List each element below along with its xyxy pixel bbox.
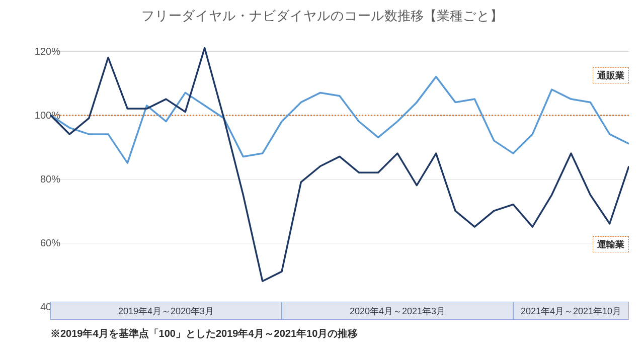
- legend-transport: 運輸業: [593, 236, 629, 252]
- period-band: 2021年4月～2021年10月: [513, 302, 629, 320]
- series-通販業: [50, 77, 629, 163]
- chart-container: フリーダイヤル・ナビダイヤルのコール数推移【業種ごと】 120%100%80%6…: [0, 0, 644, 362]
- period-band: 2020年4月～2021年3月: [282, 302, 513, 320]
- footnote: ※2019年4月を基準点「100」とした2019年4月～2021年10月の推移: [50, 327, 358, 340]
- legend-mail-order: 通販業: [593, 67, 629, 83]
- plot-area: [50, 35, 629, 307]
- series-運輸業: [50, 48, 629, 281]
- chart-title: フリーダイヤル・ナビダイヤルのコール数推移【業種ごと】: [0, 7, 644, 25]
- period-band: 2019年4月～2020年3月: [50, 302, 282, 320]
